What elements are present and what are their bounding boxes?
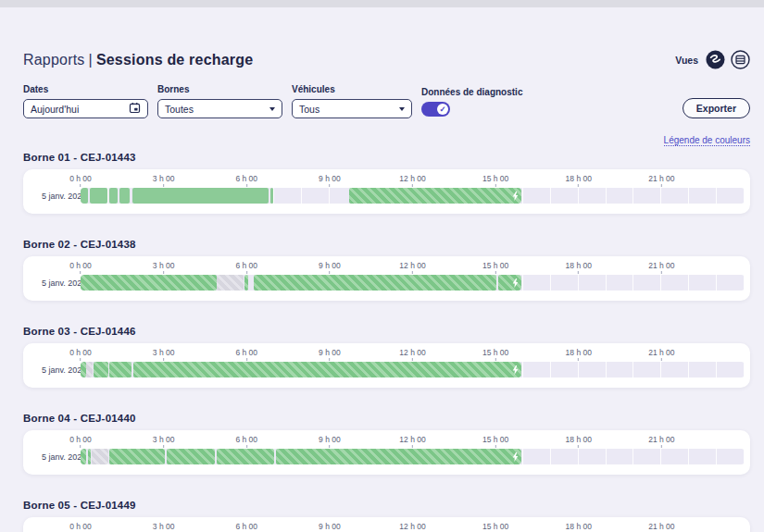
time-axis: 0 h 003 h 006 h 009 h 0012 h 0015 h 0018… — [81, 261, 745, 275]
time-tick-label: 0 h 00 — [69, 435, 92, 448]
page-title-text: Sessions de recharge — [96, 52, 253, 68]
session-segment-hatch[interactable] — [167, 449, 215, 464]
session-segment-solid[interactable] — [81, 188, 88, 204]
session-segment-hatch[interactable] — [254, 275, 496, 291]
time-tick-label: 6 h 00 — [235, 435, 257, 448]
time-tick-label: 21 h 00 — [648, 348, 674, 361]
diagnostic-toggle[interactable]: ✓ — [421, 102, 450, 117]
time-tick-label: 15 h 00 — [482, 522, 508, 532]
time-tick-label: 12 h 00 — [399, 174, 425, 187]
vehicules-value: Tous — [299, 104, 319, 115]
dates-input[interactable]: Aujourd'hui — [23, 99, 148, 118]
time-tick-label: 9 h 00 — [319, 174, 341, 187]
session-segment-hatch-charging[interactable] — [349, 188, 521, 204]
borne-title: Borne 02 - CEJ-01438 — [23, 239, 750, 250]
borne-title: Borne 01 - CEJ-01443 — [23, 152, 750, 163]
legend-row: Légende de couleurs — [23, 130, 750, 147]
time-tick-label: 18 h 00 — [566, 522, 592, 532]
session-segment-solid[interactable] — [109, 188, 118, 204]
bornes-field: Bornes Toutes — [157, 84, 282, 118]
session-segment-hatch[interactable] — [94, 362, 107, 377]
timeline-view-icon — [706, 58, 725, 72]
time-tick-label: 12 h 00 — [399, 261, 425, 274]
borne-group: Borne 05 - CEJ-01449 5 janv. 2026 0 h 00… — [23, 500, 750, 532]
session-segment-hatch-charging[interactable] — [276, 449, 521, 464]
time-tick-label: 18 h 00 — [566, 435, 592, 448]
session-segment-hatch[interactable] — [244, 275, 248, 291]
timeline-track — [81, 449, 745, 464]
timeline: 0 h 003 h 006 h 009 h 0012 h 0015 h 0018… — [81, 522, 745, 532]
session-segment-gray[interactable] — [217, 275, 244, 291]
bornes-select[interactable]: Toutes — [157, 99, 282, 118]
diagnostic-field: Données de diagnostic ✓ — [421, 87, 522, 118]
time-tick-label: 3 h 00 — [153, 261, 175, 274]
timeline: 0 h 003 h 006 h 009 h 0012 h 0015 h 0018… — [81, 348, 745, 377]
time-tick-label: 12 h 00 — [399, 435, 425, 448]
timeline-view-button[interactable] — [706, 50, 725, 69]
time-axis: 0 h 003 h 006 h 009 h 0012 h 0015 h 0018… — [81, 435, 745, 449]
bornes-label: Bornes — [157, 84, 282, 94]
dates-value: Aujourd'hui — [31, 104, 79, 115]
session-segment-hatch[interactable] — [81, 275, 217, 291]
timeline: 0 h 003 h 006 h 009 h 0012 h 0015 h 0018… — [81, 435, 745, 464]
session-segment-hatch[interactable] — [109, 362, 132, 377]
session-segment-gray[interactable] — [92, 449, 108, 464]
table-view-button[interactable] — [731, 50, 750, 69]
time-tick-label: 15 h 00 — [482, 174, 508, 187]
time-tick-label: 21 h 00 — [648, 261, 674, 274]
session-segment-hatch[interactable] — [81, 449, 86, 464]
session-segment-hatch-charging[interactable] — [133, 362, 521, 377]
vehicules-field: Véhicules Tous — [292, 84, 412, 118]
timeline-card: 5 janv. 2026 0 h 003 h 006 h 009 h 0012 … — [23, 343, 750, 388]
time-tick-label: 0 h 00 — [69, 348, 92, 361]
color-legend-link[interactable]: Légende de couleurs — [664, 135, 750, 146]
time-tick-label: 21 h 00 — [648, 435, 674, 448]
time-tick-label: 6 h 00 — [235, 522, 257, 532]
timeline-card: 5 janv. 2026 0 h 003 h 006 h 009 h 0012 … — [23, 517, 750, 532]
chevron-down-icon — [399, 107, 405, 111]
borne-group: Borne 01 - CEJ-01443 5 janv. 2026 0 h 00… — [23, 152, 750, 214]
session-segment-gray[interactable] — [86, 362, 93, 377]
time-tick-label: 3 h 00 — [153, 522, 175, 532]
borne-group: Borne 04 - CEJ-01440 5 janv. 2026 0 h 00… — [23, 413, 750, 475]
time-tick-label: 0 h 00 — [69, 261, 92, 274]
reports-page: Rapports|Sessions de recharge Vues — [23, 7, 750, 532]
time-tick-label: 12 h 00 — [399, 522, 425, 532]
session-segment-hatch[interactable] — [109, 449, 165, 464]
page-header: Rapports|Sessions de recharge Vues — [23, 50, 750, 69]
calendar-icon — [129, 102, 141, 116]
borne-title: Borne 04 - CEJ-01440 — [23, 413, 750, 424]
timeline-card: 5 janv. 2026 0 h 003 h 006 h 009 h 0012 … — [23, 430, 750, 475]
session-segment-hatch[interactable] — [88, 449, 91, 464]
time-tick-label: 15 h 00 — [482, 435, 508, 448]
toggle-check-icon: ✓ — [437, 104, 448, 115]
timeline-track — [81, 275, 745, 291]
timeline-card: 5 janv. 2026 0 h 003 h 006 h 009 h 0012 … — [23, 169, 750, 214]
borne-group: Borne 03 - CEJ-01446 5 janv. 2026 0 h 00… — [23, 326, 750, 388]
time-tick-label: 6 h 00 — [235, 348, 257, 361]
timeline-track — [81, 362, 745, 377]
time-tick-label: 15 h 00 — [482, 261, 508, 274]
session-segment-solid[interactable] — [119, 188, 130, 204]
window-top-strip — [0, 0, 764, 7]
borne-title: Borne 03 - CEJ-01446 — [23, 326, 750, 337]
session-segment-hatch-charging[interactable] — [498, 275, 521, 291]
time-tick-label: 21 h 00 — [648, 174, 674, 187]
borne-title: Borne 05 - CEJ-01449 — [23, 500, 750, 511]
time-tick-label: 21 h 00 — [648, 522, 674, 532]
session-segment-solid[interactable] — [90, 188, 107, 204]
export-button[interactable]: Exporter — [683, 98, 750, 118]
bornes-value: Toutes — [165, 104, 194, 115]
session-segment-hatch[interactable] — [217, 449, 274, 464]
view-switcher: Vues — [675, 50, 750, 69]
time-tick-label: 9 h 00 — [319, 348, 341, 361]
chevron-down-icon — [269, 107, 275, 111]
time-tick-label: 6 h 00 — [235, 174, 257, 187]
session-segment-solid[interactable] — [270, 188, 273, 204]
session-segment-solid[interactable] — [132, 188, 269, 204]
time-tick-label: 18 h 00 — [566, 261, 592, 274]
time-axis: 0 h 003 h 006 h 009 h 0012 h 0015 h 0018… — [81, 348, 745, 362]
diagnostic-label: Données de diagnostic — [421, 87, 522, 97]
time-tick-label: 3 h 00 — [153, 348, 175, 361]
vehicules-select[interactable]: Tous — [292, 99, 412, 118]
